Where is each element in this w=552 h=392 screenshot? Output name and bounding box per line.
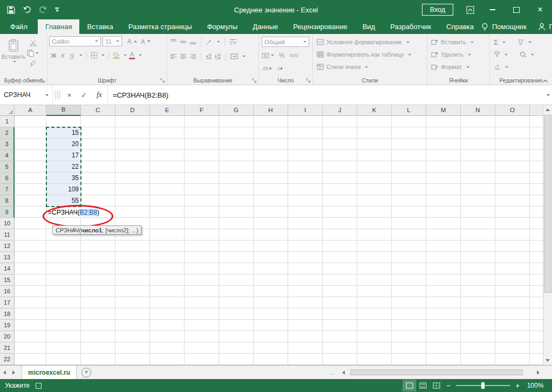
cell-H21[interactable]	[254, 342, 288, 354]
cell-H2[interactable]	[254, 127, 288, 139]
cell-O10[interactable]	[495, 218, 530, 229]
share-button[interactable]: Поделиться	[549, 23, 552, 31]
zoom-slider-knob[interactable]	[481, 382, 485, 389]
copy-button[interactable]	[27, 50, 39, 57]
cell-N3[interactable]	[461, 139, 495, 150]
decrease-decimal-button[interactable]: ,0	[277, 66, 284, 71]
cell-G18[interactable]	[219, 308, 254, 320]
cell-G5[interactable]	[219, 161, 254, 173]
cell-A4[interactable]	[15, 150, 46, 161]
column-header-B[interactable]: B	[46, 105, 81, 116]
cell-J5[interactable]	[323, 161, 357, 173]
cell-A8[interactable]	[15, 195, 46, 207]
cell-L15[interactable]	[392, 274, 426, 286]
cell-M10[interactable]	[426, 218, 461, 229]
cell-K10[interactable]	[357, 218, 392, 229]
cell-E9[interactable]	[150, 207, 185, 218]
horizontal-scrollbar[interactable]	[349, 369, 533, 376]
cell-D12[interactable]	[115, 240, 150, 252]
delete-cells-button[interactable]: Удалить	[429, 49, 488, 60]
cell-K12[interactable]	[357, 240, 392, 252]
column-header-A[interactable]: A	[15, 105, 46, 116]
column-header-D[interactable]: D	[115, 105, 150, 116]
active-cell-editor[interactable]: =СРЗНАЧ(B2:B8)	[47, 207, 100, 217]
row-header-16[interactable]: 16	[0, 286, 15, 297]
cell-H16[interactable]	[254, 286, 288, 297]
row-header-14[interactable]: 14	[0, 263, 15, 274]
cell-G6[interactable]	[219, 173, 254, 184]
cell-B7[interactable]: 109	[46, 184, 81, 195]
cell-G1[interactable]	[219, 116, 254, 127]
cell-G15[interactable]	[219, 274, 254, 286]
cell-F16[interactable]	[185, 286, 219, 297]
cell-J6[interactable]	[323, 173, 357, 184]
cell-D21[interactable]	[115, 342, 150, 354]
select-all-corner[interactable]	[0, 105, 15, 116]
cell-C15[interactable]	[81, 274, 115, 286]
cell-G17[interactable]	[219, 297, 254, 308]
cell-O18[interactable]	[495, 308, 530, 320]
cell-J16[interactable]	[323, 286, 357, 297]
cell-N7[interactable]	[461, 184, 495, 195]
row-header-12[interactable]: 12	[0, 240, 15, 252]
cell-N10[interactable]	[461, 218, 495, 229]
hscroll-right-button[interactable]	[534, 370, 543, 375]
cell-H1[interactable]	[254, 116, 288, 127]
cell-J17[interactable]	[323, 297, 357, 308]
row-header-1[interactable]: 1	[0, 116, 15, 127]
cell-I14[interactable]	[288, 263, 323, 274]
cell-B13[interactable]	[46, 252, 81, 263]
cell-E6[interactable]	[150, 173, 185, 184]
insert-cells-button[interactable]: Вставить	[429, 37, 488, 47]
vertical-scroll-thumb[interactable]	[544, 115, 551, 293]
cell-H7[interactable]	[254, 184, 288, 195]
cell-C19[interactable]	[81, 320, 115, 331]
cell-G4[interactable]	[219, 150, 254, 161]
cell-N18[interactable]	[461, 308, 495, 320]
cell-A2[interactable]	[15, 127, 46, 139]
maximize-button[interactable]	[505, 0, 528, 19]
cell-J7[interactable]	[323, 184, 357, 195]
name-box[interactable]: СРЗНАЧ	[0, 85, 53, 105]
cell-G14[interactable]	[219, 263, 254, 274]
cell-B20[interactable]	[46, 331, 81, 342]
row-header-22[interactable]: 22	[0, 354, 15, 365]
column-header-K[interactable]: K	[357, 105, 392, 116]
cell-L2[interactable]	[392, 127, 426, 139]
cell-A17[interactable]	[15, 297, 46, 308]
sign-in-button[interactable]: Вход	[422, 4, 453, 16]
cell-J3[interactable]	[323, 139, 357, 150]
cell-K8[interactable]	[357, 195, 392, 207]
page-break-view-button[interactable]	[430, 380, 443, 391]
comma-style-button[interactable]: 000	[290, 53, 299, 58]
cell-K14[interactable]	[357, 263, 392, 274]
ribbon-tab[interactable]: Вставка	[79, 19, 120, 34]
cell-D15[interactable]	[115, 274, 150, 286]
clipboard-dialog-launcher[interactable]	[40, 78, 46, 84]
cell-I5[interactable]	[288, 161, 323, 173]
row-header-2[interactable]: 2	[0, 127, 15, 139]
cell-A7[interactable]	[15, 184, 46, 195]
cell-C4[interactable]	[81, 150, 115, 161]
cell-I2[interactable]	[288, 127, 323, 139]
save-button[interactable]	[7, 6, 15, 14]
shrink-font-button[interactable]: А	[139, 38, 151, 45]
cell-D3[interactable]	[115, 139, 150, 150]
cell-L13[interactable]	[392, 252, 426, 263]
cell-A12[interactable]	[15, 240, 46, 252]
cell-K16[interactable]	[357, 286, 392, 297]
cell-B22[interactable]	[46, 354, 81, 365]
cell-O6[interactable]	[495, 173, 530, 184]
column-header-M[interactable]: M	[426, 105, 461, 116]
ribbon-tab-active[interactable]: Главная	[38, 19, 79, 34]
cell-F7[interactable]	[185, 184, 219, 195]
cell-A18[interactable]	[15, 308, 46, 320]
cell-M3[interactable]	[426, 139, 461, 150]
cell-F8[interactable]	[185, 195, 219, 207]
cell-L19[interactable]	[392, 320, 426, 331]
cell-G9[interactable]	[219, 207, 254, 218]
cell-E22[interactable]	[150, 354, 185, 365]
close-button[interactable]: ×	[528, 0, 552, 19]
cell-L3[interactable]	[392, 139, 426, 150]
cell-L16[interactable]	[392, 286, 426, 297]
